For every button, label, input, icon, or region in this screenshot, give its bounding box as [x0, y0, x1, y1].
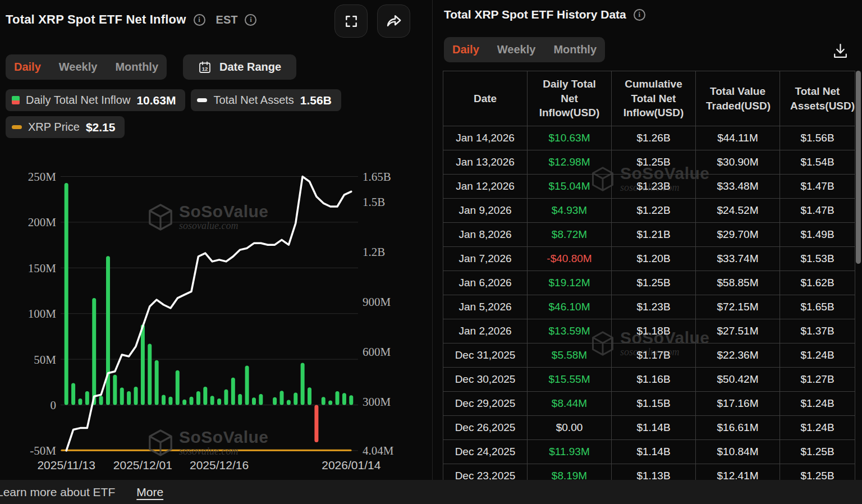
- green-red-bar-icon: [12, 96, 20, 104]
- history-tab-weekly[interactable]: Weekly: [497, 43, 536, 56]
- share-icon: [386, 13, 402, 30]
- svg-text:2025/11/13: 2025/11/13: [37, 459, 95, 471]
- table-cell: $1.27B: [780, 368, 855, 392]
- table-row: Jan 13,2026$12.98M$1.25B$30.90M$1.54B: [443, 150, 855, 175]
- table-row: Jan 5,2026$46.10M$1.23B$72.15M$1.65B: [443, 295, 855, 319]
- table-cell: $1.25B: [612, 271, 696, 295]
- table-cell: $24.52M: [696, 199, 780, 223]
- chart-info-icon[interactable]: [194, 14, 205, 26]
- chart-controls: Daily Weekly Monthly 12 Date Range: [6, 54, 296, 80]
- table-header-row: DateDaily Total Net Inflow(USD)Cumulativ…: [443, 71, 855, 126]
- legend-label: Total Net Assets: [213, 94, 294, 107]
- tab-weekly[interactable]: Weekly: [59, 61, 98, 74]
- table-cell: Dec 30,2025: [443, 368, 528, 392]
- table-cell: $17.16M: [696, 392, 780, 416]
- table-cell: $27.51M: [696, 319, 780, 343]
- table-cell: Jan 12,2026: [443, 175, 528, 199]
- column-header: Total Value Traded(USD): [696, 71, 780, 126]
- footer-text: Learn more about ETF: [0, 485, 115, 499]
- table-row: Dec 29,2025$8.44M$1.15B$17.16M$1.24B: [443, 392, 855, 416]
- table-cell: $1.25B: [780, 440, 855, 464]
- history-info-icon[interactable]: [634, 9, 645, 21]
- table-row: Dec 31,2025$5.58M$1.17B$22.36M$1.24B: [443, 343, 855, 368]
- svg-text:100M: 100M: [28, 307, 57, 320]
- table-row: Jan 6,2026$19.12M$1.25B$58.85M$1.62B: [443, 271, 855, 295]
- legend-value: 10.63M: [136, 94, 176, 107]
- svg-text:1.65B: 1.65B: [363, 170, 391, 184]
- table-cell: $1.18B: [612, 319, 696, 343]
- share-button[interactable]: [377, 4, 410, 38]
- legend-item-total-net-assets[interactable]: Total Net Assets 1.56B: [191, 89, 341, 111]
- table-cell: $12.41M: [696, 464, 780, 480]
- table-cell: $72.15M: [696, 295, 780, 319]
- column-header: Total Net Assets(USD): [780, 71, 855, 126]
- table-cell: $1.53B: [780, 247, 855, 271]
- history-tab-daily[interactable]: Daily: [452, 43, 479, 56]
- download-button[interactable]: [831, 42, 850, 62]
- table-cell: $15.04M: [528, 175, 612, 199]
- legend-label: Daily Total Net Inflow: [26, 94, 130, 107]
- fullscreen-button[interactable]: [334, 4, 368, 38]
- timezone-info-icon[interactable]: [245, 14, 256, 26]
- table-cell: Dec 29,2025: [443, 392, 528, 416]
- svg-text:150M: 150M: [28, 262, 57, 275]
- table-cell: $1.14B: [612, 440, 696, 464]
- table-cell: $19.12M: [528, 271, 612, 295]
- svg-text:1.2B: 1.2B: [363, 245, 385, 259]
- table-cell: Jan 14,2026: [443, 126, 528, 150]
- legend-item-xrp-price[interactable]: XRP Price $2.15: [6, 116, 125, 138]
- table-scrollbar-thumb[interactable]: [856, 71, 861, 264]
- table-row: Dec 30,2025$15.55M$1.16B$50.42M$1.27B: [443, 368, 855, 392]
- history-table-container[interactable]: DateDaily Total Net Inflow(USD)Cumulativ…: [443, 71, 856, 480]
- svg-text:2025/12/01: 2025/12/01: [113, 459, 172, 471]
- table-cell: $1.26B: [612, 126, 696, 150]
- net-inflow-chart-panel: Total XRP Spot ETF Net Inflow EST Daily …: [0, 0, 432, 480]
- history-table: DateDaily Total Net Inflow(USD)Cumulativ…: [443, 71, 855, 480]
- calendar-icon: 12: [198, 61, 212, 74]
- table-cell: $0.00: [528, 416, 612, 440]
- table-cell: $1.37B: [780, 319, 855, 343]
- table-cell: $33.74M: [696, 247, 780, 271]
- white-dash-icon: [197, 98, 207, 102]
- column-header: Date: [443, 71, 528, 126]
- table-cell: $1.24B: [780, 343, 855, 368]
- svg-text:200M: 200M: [28, 216, 57, 229]
- table-cell: $46.10M: [528, 295, 612, 319]
- history-tab-monthly[interactable]: Monthly: [553, 43, 597, 56]
- history-period-tabs: Daily Weekly Monthly: [444, 37, 605, 62]
- table-row: Dec 24,2025$11.93M$1.14B$10.84M$1.25B: [443, 440, 855, 464]
- table-cell: $1.24B: [780, 392, 855, 416]
- table-cell: Jan 9,2026: [443, 199, 528, 223]
- table-cell: $15.55M: [528, 368, 612, 392]
- svg-text:600M: 600M: [363, 345, 391, 359]
- history-data-panel: SoSoValue sosovalue.com SoSoValue sosova…: [432, 0, 862, 480]
- table-cell: $22.36M: [696, 343, 780, 368]
- table-cell: $1.14B: [612, 416, 696, 440]
- table-cell: Dec 23,2025: [443, 464, 528, 480]
- date-range-button[interactable]: 12 Date Range: [183, 54, 296, 80]
- table-cell: Jan 7,2026: [443, 247, 528, 271]
- table-row: Jan 2,2026$13.59M$1.18B$27.51M$1.37B: [443, 319, 855, 343]
- table-row: Jan 12,2026$15.04M$1.23B$33.48M$1.47B: [443, 175, 855, 199]
- table-cell: Jan 5,2026: [443, 295, 528, 319]
- table-cell: $1.21B: [612, 223, 696, 247]
- legend-item-daily-net-inflow[interactable]: Daily Total Net Inflow 10.63M: [6, 89, 185, 111]
- svg-text:0: 0: [51, 398, 57, 412]
- legend-value: $2.15: [86, 121, 116, 134]
- svg-text:250M: 250M: [28, 170, 57, 184]
- table-cell: $10.84M: [696, 440, 780, 464]
- legend-label: XRP Price: [28, 121, 80, 134]
- table-cell: $1.54B: [780, 150, 855, 175]
- svg-text:50M: 50M: [34, 353, 56, 366]
- history-panel-header: Total XRP Spot ETF History Data: [444, 8, 645, 21]
- footer-bar: Learn more about ETF More: [0, 480, 862, 504]
- table-row: Dec 23,2025$8.19M$1.13B$12.41M$1.25B: [443, 464, 855, 480]
- chart-period-tabs: Daily Weekly Monthly: [6, 54, 167, 80]
- tab-monthly[interactable]: Monthly: [115, 61, 158, 74]
- tab-daily[interactable]: Daily: [14, 61, 41, 74]
- etf-net-inflow-chart[interactable]: 250M200M150M100M50M0-50M1.65B1.5B1.2B900…: [0, 157, 432, 477]
- more-link[interactable]: More: [136, 485, 163, 499]
- table-cell: Dec 31,2025: [443, 343, 528, 368]
- yellow-dash-icon: [12, 125, 22, 129]
- table-cell: $8.44M: [528, 392, 612, 416]
